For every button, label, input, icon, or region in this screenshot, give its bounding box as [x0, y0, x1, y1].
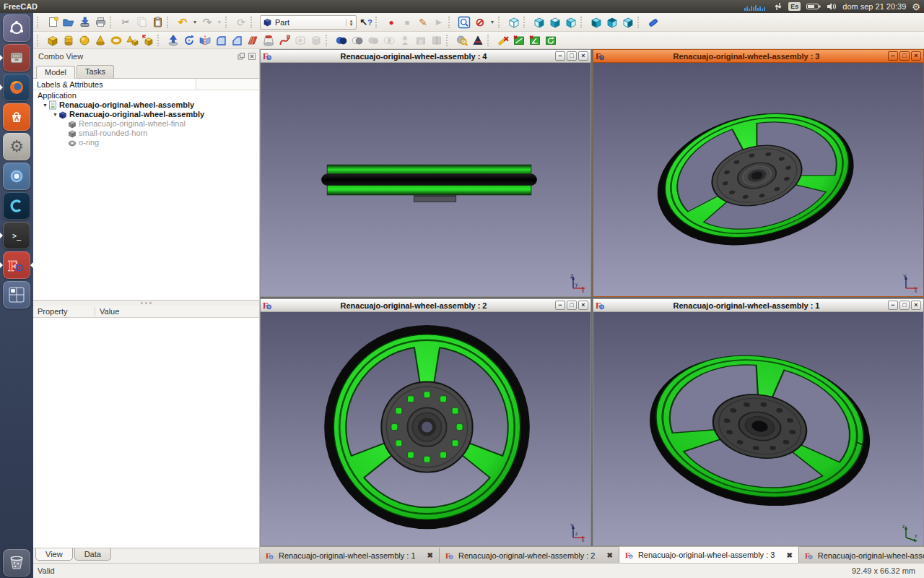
- minimize-button[interactable]: −: [888, 51, 898, 61]
- sphere-button[interactable]: [77, 33, 92, 48]
- close-button[interactable]: ×: [911, 51, 921, 61]
- network-updown-icon[interactable]: [774, 2, 783, 11]
- panel-close-button[interactable]: [248, 52, 256, 61]
- copy-button[interactable]: [134, 14, 149, 30]
- tab-model[interactable]: Model: [36, 66, 75, 79]
- maximize-button[interactable]: □: [567, 301, 577, 310]
- launcher-item-file-manager[interactable]: [3, 44, 30, 72]
- session-gear-icon[interactable]: ⚙: [912, 1, 920, 12]
- connect-button[interactable]: [397, 33, 413, 48]
- launcher-item-ubuntu-dash[interactable]: [3, 14, 30, 42]
- macro-stop-button[interactable]: ■: [399, 14, 415, 30]
- torus-button[interactable]: [108, 33, 124, 48]
- 3d-viewport-isometric-view[interactable]: [593, 63, 923, 296]
- undo-history-button[interactable]: ▾: [191, 14, 199, 30]
- mdi-tab-1[interactable]: F⚙ Renacuajo-original-wheel-assembly : 1…: [260, 548, 440, 563]
- embed-button[interactable]: [413, 33, 429, 48]
- cone-button[interactable]: [92, 33, 108, 48]
- window-titlebar-3[interactable]: F⚙ Renacuajo-original-wheel-assembly : 3…: [593, 50, 923, 63]
- combo-view-header[interactable]: Combo View: [33, 49, 259, 63]
- left-view-button[interactable]: [620, 14, 636, 30]
- expander-icon[interactable]: ▼: [52, 110, 58, 119]
- 3d-viewport-perspective-view[interactable]: [593, 312, 923, 545]
- measure-refresh-button[interactable]: [543, 33, 559, 48]
- refresh-button[interactable]: ⟳: [233, 14, 249, 30]
- mirror-button[interactable]: [197, 33, 213, 48]
- close-button[interactable]: ×: [911, 301, 921, 310]
- front-view-button[interactable]: [531, 14, 547, 30]
- tree-item-horn[interactable]: small-rounded-horn: [33, 129, 259, 138]
- paste-button[interactable]: [149, 14, 165, 30]
- minimize-button[interactable]: −: [555, 51, 565, 61]
- t ree-item-assembly[interactable]: ▼ Renacuajo-original-wheel-assembly: [33, 110, 259, 119]
- open-document-button[interactable]: [61, 14, 77, 30]
- toolbar-handle[interactable]: [448, 17, 453, 28]
- defeaturing-button[interactable]: [470, 33, 486, 48]
- keyboard-layout-indicator[interactable]: Es: [788, 2, 801, 11]
- property-table[interactable]: [33, 318, 259, 548]
- workbench-selector[interactable]: Part ▴▾: [260, 15, 357, 30]
- undo-button[interactable]: ↶: [175, 14, 191, 30]
- maximize-button[interactable]: □: [899, 301, 910, 310]
- redo-history-button[interactable]: ▾: [215, 14, 224, 30]
- fillet-button[interactable]: [213, 33, 229, 48]
- tab-tasks[interactable]: Tasks: [77, 65, 114, 78]
- right-view-button[interactable]: [563, 14, 579, 30]
- tab-close-icon[interactable]: ✖: [427, 551, 433, 559]
- minimize-button[interactable]: −: [888, 301, 898, 310]
- expander-icon[interactable]: ▼: [42, 100, 48, 110]
- toolbar-handle[interactable]: [37, 35, 42, 46]
- boolean-button[interactable]: [334, 33, 349, 48]
- cylinder-button[interactable]: [61, 33, 77, 48]
- panel-splitter[interactable]: [33, 300, 259, 306]
- measure-distance-button[interactable]: [645, 14, 661, 30]
- tree-item-document[interactable]: ▼ Renacuajo-original-wheel-assembly: [33, 100, 259, 110]
- tab-close-icon[interactable]: ✖: [786, 551, 792, 559]
- thickness-button[interactable]: [308, 33, 324, 48]
- tab-data[interactable]: Data: [74, 548, 111, 561]
- launcher-item-cura[interactable]: [3, 192, 30, 220]
- tree-item-wheel-final[interactable]: Renacuajo-original-wheel-final: [33, 119, 259, 129]
- close-button[interactable]: ×: [578, 51, 588, 61]
- draw-style-button[interactable]: ⊘: [472, 14, 488, 30]
- ruled-surface-button[interactable]: [245, 33, 261, 48]
- print-button[interactable]: [92, 14, 108, 30]
- tab-close-icon[interactable]: ✖: [606, 551, 612, 559]
- rear-view-button[interactable]: [588, 14, 604, 30]
- launcher-item-workspace-switcher[interactable]: [3, 281, 30, 309]
- fit-all-button[interactable]: [456, 14, 472, 30]
- top-view-button[interactable]: [547, 14, 563, 30]
- shape-builder-button[interactable]: [140, 33, 156, 48]
- toolbar-handle[interactable]: [375, 17, 380, 28]
- panel-float-button[interactable]: [237, 52, 245, 61]
- measure-angular-button[interactable]: [527, 33, 543, 48]
- battery-icon[interactable]: [806, 3, 821, 10]
- close-button[interactable]: ×: [578, 301, 588, 310]
- launcher-item-trash[interactable]: [3, 549, 30, 577]
- launcher-item-chromium[interactable]: [3, 163, 30, 190]
- launcher-item-ubuntu-software[interactable]: A: [3, 103, 30, 131]
- offset-button[interactable]: [292, 33, 308, 48]
- window-titlebar-4[interactable]: F⚙ Renacuajo-original-wheel-assembly : 4…: [261, 50, 590, 63]
- maximize-button[interactable]: □: [567, 51, 577, 61]
- toolbar-handle[interactable]: [250, 17, 256, 28]
- draw-style-menu-button[interactable]: ▾: [488, 14, 497, 30]
- sweep-button[interactable]: [276, 33, 292, 48]
- system-monitor-graph-icon[interactable]: [744, 2, 768, 11]
- 3d-viewport-front-view[interactable]: [261, 312, 590, 545]
- window-titlebar-2[interactable]: F⚙ Renacuajo-original-wheel-assembly : 2…: [261, 299, 590, 312]
- maximize-button[interactable]: □: [899, 51, 910, 61]
- union-button[interactable]: [365, 33, 381, 48]
- check-geometry-button[interactable]: [454, 33, 470, 48]
- intersection-button[interactable]: [381, 33, 397, 48]
- tree-item-oring[interactable]: o-ring: [33, 138, 259, 147]
- minimize-button[interactable]: −: [555, 301, 565, 310]
- chamfer-button[interactable]: [229, 33, 245, 48]
- macro-edit-button[interactable]: ✎: [415, 14, 431, 30]
- launcher-item-terminal[interactable]: >_: [3, 222, 30, 249]
- mdi-tab-4[interactable]: F⚙ Renacuajo-original-wheel-assembly : 4…: [799, 548, 924, 563]
- mdi-tab-2[interactable]: F⚙ Renacuajo-original-wheel-assembly : 2…: [440, 548, 619, 563]
- volume-icon[interactable]: [827, 2, 837, 11]
- launcher-item-firefox[interactable]: [3, 74, 30, 101]
- launcher-item-freecad[interactable]: F⚙: [3, 251, 30, 279]
